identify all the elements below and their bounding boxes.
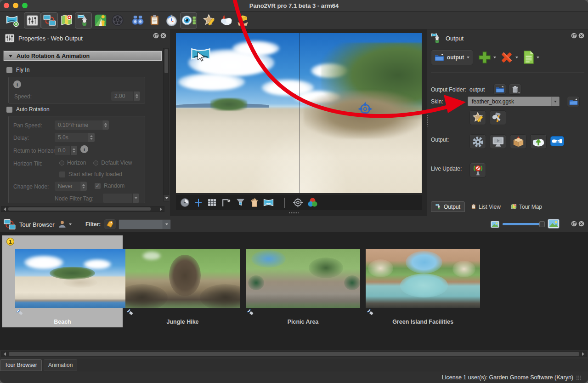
filter-tag-button[interactable]: [104, 219, 116, 230]
splitter-handle[interactable]: [288, 212, 299, 214]
compass-hotspot-icon[interactable]: [357, 101, 373, 117]
gnome-cloud-tool-button[interactable]: [217, 12, 234, 29]
plug-icon[interactable]: [550, 136, 564, 146]
tour-item-picnic-area[interactable]: Picnic Area: [243, 235, 362, 327]
skin-editor-tool-button[interactable]: [200, 12, 217, 29]
info-icon[interactable]: i: [13, 80, 21, 88]
start-after-loaded-checkbox[interactable]: [59, 171, 65, 177]
float-panel-icon[interactable]: [571, 221, 577, 227]
auto-rotation-checkbox[interactable]: [6, 107, 12, 113]
scroll-left-arrow[interactable]: [2, 351, 8, 357]
node-filter-tag-dropdown[interactable]: [133, 194, 139, 203]
panorama-mode-icon[interactable]: [263, 198, 274, 207]
edit-skin-button[interactable]: [469, 110, 486, 125]
pan-speed-stepper[interactable]: [102, 120, 109, 130]
scrollbar-thumb[interactable]: [164, 49, 168, 73]
properties-button[interactable]: [24, 12, 41, 29]
animation-button[interactable]: [109, 12, 126, 29]
view-cone-icon[interactable]: [236, 198, 245, 207]
publish-tool-button[interactable]: [234, 12, 251, 29]
delete-output-button[interactable]: [500, 51, 518, 64]
horizon-radio[interactable]: [59, 160, 64, 166]
panorama-thumbnail[interactable]: [125, 249, 240, 308]
package-output-button[interactable]: [510, 134, 526, 149]
scroll-right-arrow[interactable]: [158, 206, 164, 212]
speed-input[interactable]: 2.00: [111, 91, 133, 101]
filter-combo[interactable]: [119, 219, 171, 229]
preview-output-button[interactable]: [490, 134, 506, 149]
zoom-in-image-icon[interactable]: [548, 219, 560, 229]
skin-combo[interactable]: feather_box.ggsk: [468, 97, 560, 106]
scrollbar-thumb[interactable]: [8, 207, 151, 211]
delay-input[interactable]: 5.0s: [55, 133, 88, 142]
pan-hand-icon[interactable]: [249, 198, 259, 207]
scrollbar-thumb[interactable]: [9, 352, 579, 356]
zoom-out-image-icon[interactable]: [491, 221, 499, 228]
scroll-left-arrow[interactable]: [2, 206, 7, 212]
sort-mode-button[interactable]: [58, 220, 72, 228]
float-panel-icon[interactable]: [153, 33, 159, 39]
delay-stepper[interactable]: [88, 133, 95, 142]
grid-icon[interactable]: [207, 198, 217, 207]
auto-rotation-section-header[interactable]: Auto Rotation & Animation: [4, 51, 162, 61]
tab-animation[interactable]: Animation: [44, 359, 77, 371]
output-selector[interactable]: output: [431, 50, 473, 65]
street-view-button[interactable]: [92, 12, 109, 29]
tab-tour-map[interactable]: Tour Map: [506, 201, 547, 212]
projection-gauge-icon[interactable]: [180, 198, 190, 207]
panorama-thumbnail[interactable]: [246, 249, 360, 308]
view-panorama-button[interactable]: [129, 12, 146, 29]
panorama-canvas[interactable]: [176, 33, 422, 193]
list-view-button[interactable]: [146, 12, 163, 29]
change-node-stepper[interactable]: [80, 182, 87, 191]
node-filter-tag-select[interactable]: [103, 194, 132, 203]
return-to-horizon-input[interactable]: 0.0: [55, 146, 70, 155]
splitter-handle[interactable]: [426, 114, 428, 126]
output-list-button[interactable]: [523, 50, 539, 64]
fly-in-checkbox[interactable]: [6, 67, 12, 73]
add-output-button[interactable]: [478, 51, 496, 64]
scroll-right-arrow[interactable]: [580, 351, 586, 357]
random-checkbox[interactable]: ✓: [95, 183, 101, 189]
upload-output-button[interactable]: [530, 134, 547, 149]
info-icon[interactable]: i: [80, 145, 88, 153]
tour-item-green-island-facilities[interactable]: Green Island Facilities: [363, 235, 482, 327]
titlebar[interactable]: Pano2VR pro 7.1 beta 3 - arm64: [0, 0, 588, 11]
output-settings-button[interactable]: [469, 134, 486, 149]
open-skin-button[interactable]: [567, 96, 580, 107]
tour-item-beach[interactable]: 1 Beach: [2, 235, 123, 327]
return-to-horizon-stepper[interactable]: [71, 146, 77, 155]
target-icon[interactable]: [293, 197, 303, 208]
add-panorama-button[interactable]: [3, 12, 20, 29]
skin-configuration-button[interactable]: [490, 110, 506, 125]
horizontal-scrollbar[interactable]: [1, 206, 164, 212]
tab-tour-browser[interactable]: Tour Browser: [0, 359, 42, 371]
color-adjust-icon[interactable]: [307, 197, 318, 208]
close-panel-icon[interactable]: [578, 221, 584, 227]
tour-item-jungle-hike[interactable]: Jungle Hike: [123, 235, 242, 327]
close-panel-icon[interactable]: [578, 33, 584, 39]
delete-output-folder-button[interactable]: [509, 84, 521, 95]
view-limits-icon[interactable]: [221, 198, 232, 207]
speed-stepper[interactable]: [134, 91, 140, 101]
tab-output[interactable]: Output: [431, 201, 465, 212]
vertical-scrollbar[interactable]: [163, 48, 169, 201]
timing-button[interactable]: [163, 12, 180, 29]
tour-browser-button[interactable]: [41, 12, 58, 29]
float-panel-icon[interactable]: [571, 33, 577, 39]
scroll-down-arrow[interactable]: [164, 195, 170, 201]
panorama-thumbnail[interactable]: [366, 249, 480, 308]
pan-speed-input[interactable]: 0.10°/Frame: [55, 120, 102, 130]
resize-grip[interactable]: [576, 375, 581, 380]
panorama-viewer[interactable]: [170, 29, 427, 216]
tour-map-button[interactable]: [58, 12, 75, 29]
tour-browser-scrollbar[interactable]: [1, 351, 587, 357]
close-panel-icon[interactable]: [160, 33, 166, 39]
default-view-radio[interactable]: [93, 160, 98, 166]
output-button[interactable]: [75, 12, 92, 29]
tab-list-view[interactable]: List View: [466, 201, 505, 212]
live-update-button[interactable]: [469, 163, 486, 177]
panorama-thumbnail[interactable]: [15, 249, 130, 308]
thumbnail-zoom-slider[interactable]: [503, 223, 543, 225]
slider-handle[interactable]: [539, 221, 545, 227]
